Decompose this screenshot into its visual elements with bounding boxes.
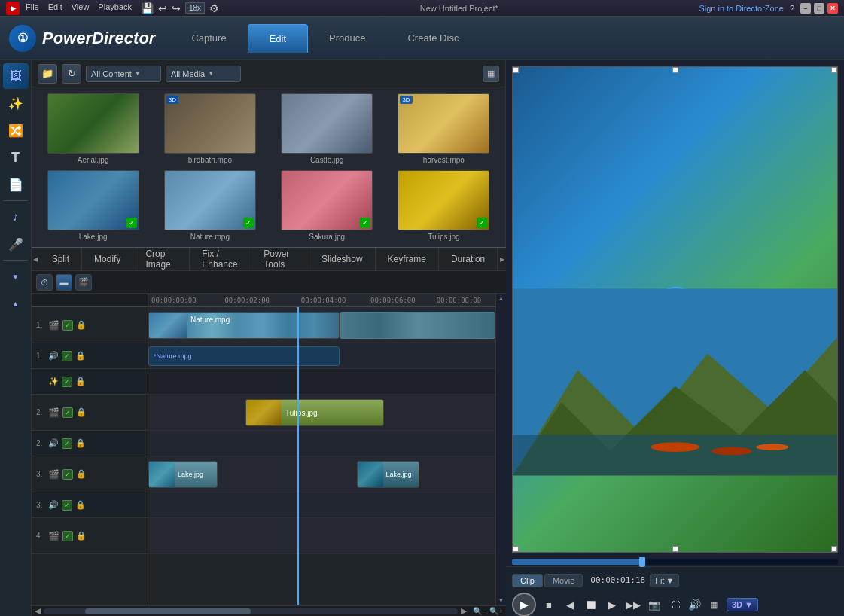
timeline-right-scrollbar[interactable]: ▲ ▼: [495, 294, 506, 605]
track-lock-icon[interactable]: 🔒: [75, 351, 86, 361]
tool-duration[interactable]: Duration: [439, 248, 498, 270]
volume-icon[interactable]: 🔊: [688, 599, 701, 611]
3d-button[interactable]: 3D ▼: [727, 598, 758, 611]
list-item[interactable]: ✓ Sakura.jpg: [272, 170, 382, 241]
crop-handle-tc[interactable]: [672, 67, 678, 73]
list-item[interactable]: Castle.jpg: [272, 93, 382, 164]
menu-view[interactable]: View: [72, 2, 90, 14]
preview-fit-selector[interactable]: Fit ▼: [650, 574, 679, 587]
track-lock-icon[interactable]: 🔒: [75, 500, 86, 510]
sidebar-icon-voice[interactable]: 🎤: [3, 231, 29, 257]
tool-slideshow[interactable]: Slideshow: [309, 248, 376, 270]
grid-view-button[interactable]: ▦: [483, 66, 499, 82]
track-visibility-check[interactable]: ✓: [62, 407, 73, 418]
nav-tab-capture[interactable]: Capture: [170, 24, 247, 53]
tool-fix[interactable]: Fix / Enhance: [190, 248, 251, 270]
progress-handle[interactable]: [639, 557, 645, 567]
open-folder-button[interactable]: 📁: [38, 64, 57, 84]
frame-step-button[interactable]: ⬜: [583, 596, 599, 613]
sidebar-icon-text[interactable]: T: [3, 145, 29, 170]
help-icon[interactable]: ?: [790, 4, 794, 13]
scroll-down-arrow[interactable]: ▼: [498, 597, 504, 604]
clip-lake1[interactable]: Lake.jpg: [148, 461, 218, 488]
preview-tab-movie[interactable]: Movie: [544, 574, 583, 587]
sidebar-icon-media[interactable]: 🖼: [3, 63, 29, 89]
signin-link[interactable]: Sign in to DirectorZone: [699, 4, 784, 13]
close-button[interactable]: ✕: [827, 3, 838, 14]
list-item[interactable]: ✓ Tulips.jpg: [388, 170, 499, 241]
track-lock-icon[interactable]: 🔒: [76, 320, 87, 330]
nav-tab-edit[interactable]: Edit: [248, 24, 308, 53]
sidebar-icon-effects[interactable]: ✨: [3, 90, 29, 116]
nav-tab-createdisc[interactable]: Create Disc: [386, 24, 480, 53]
timeline-scroll-track[interactable]: [44, 608, 458, 614]
zoom-out-btn[interactable]: 🔍−: [473, 607, 486, 615]
scroll-up-arrow[interactable]: ▲: [498, 295, 504, 302]
maximize-button[interactable]: □: [814, 3, 824, 14]
content-filter-select[interactable]: All Content ▼: [86, 66, 161, 82]
clip-lake2[interactable]: Lake.jpg: [357, 461, 419, 488]
timeline-btn-3[interactable]: 🎬: [75, 274, 92, 291]
snapshot-button[interactable]: 📷: [646, 596, 663, 613]
track-visibility-check[interactable]: ✓: [62, 531, 73, 541]
clip-tulips[interactable]: Tulips.jpg: [245, 399, 384, 426]
track-lock-icon[interactable]: 🔒: [76, 407, 87, 417]
play-button[interactable]: ▶: [512, 593, 536, 616]
track-visibility-check[interactable]: ✓: [62, 438, 72, 449]
crop-handle-tr[interactable]: [831, 67, 837, 73]
preview-progress-bar[interactable]: [512, 559, 838, 565]
prev-frame-button[interactable]: ◀: [562, 596, 578, 613]
tool-power[interactable]: Power Tools: [251, 248, 309, 270]
crop-handle-tl[interactable]: [513, 67, 519, 73]
sidebar-icon-expand[interactable]: ▼: [3, 264, 29, 289]
sidebar-icon-transitions[interactable]: 🔀: [3, 117, 29, 143]
refresh-button[interactable]: ↻: [62, 64, 81, 84]
clip-nature[interactable]: Nature.mpg: [148, 312, 340, 339]
tool-modify[interactable]: Modify: [82, 248, 133, 270]
track-visibility-check[interactable]: ✓: [62, 377, 72, 387]
menu-playback[interactable]: Playback: [98, 2, 132, 14]
fullscreen-button[interactable]: ⛶: [667, 596, 684, 613]
clip-nature-cont[interactable]: [340, 312, 495, 339]
timeline-btn-2[interactable]: ▬: [56, 274, 72, 291]
scroll-right-btn[interactable]: ▶: [461, 606, 467, 616]
menu-edit[interactable]: Edit: [48, 2, 62, 14]
track-lock-icon[interactable]: 🔒: [76, 469, 87, 479]
nav-tab-produce[interactable]: Produce: [308, 24, 386, 53]
scroll-left-btn[interactable]: ◀: [35, 606, 41, 616]
list-item[interactable]: ✓ Nature.mpg: [154, 170, 265, 241]
sidebar-icon-audio[interactable]: ♪: [3, 204, 29, 230]
zoom-in-btn[interactable]: 🔍+: [489, 607, 503, 615]
next-frame-button[interactable]: ▶: [604, 596, 620, 613]
tool-crop[interactable]: Crop Image: [133, 248, 190, 270]
track-lock-icon[interactable]: 🔒: [75, 377, 86, 386]
menu-bar: File Edit View Playback 💾 ↩ ↪ 18x ⚙: [26, 2, 219, 14]
timeline-btn-1[interactable]: ⏱: [36, 274, 53, 291]
track-visibility-check[interactable]: ✓: [62, 500, 72, 511]
menu-file[interactable]: File: [26, 2, 39, 14]
toolbar-right-expand[interactable]: ▶: [498, 248, 506, 270]
list-item[interactable]: 3D birdbath.mpo: [154, 93, 265, 164]
sidebar-icon-collapse[interactable]: ▲: [3, 291, 29, 316]
tool-keyframe[interactable]: Keyframe: [376, 248, 439, 270]
list-item[interactable]: ✓ Lake.jpg: [38, 170, 148, 241]
fast-forward-button[interactable]: ▶▶: [625, 596, 641, 613]
list-item[interactable]: 3D harvest.mpo: [388, 93, 499, 164]
preview-tab-clip[interactable]: Clip: [512, 574, 543, 587]
track-visibility-check[interactable]: ✓: [62, 469, 73, 480]
clip-audio-nature[interactable]: *Nature.mpg: [148, 346, 340, 366]
layout-button[interactable]: ▦: [705, 596, 722, 613]
svg-point-5: [711, 447, 752, 456]
minimize-button[interactable]: –: [800, 3, 811, 14]
track-visibility-check[interactable]: ✓: [62, 320, 73, 331]
list-item[interactable]: Aerial.jpg: [38, 93, 148, 164]
track-visibility-check[interactable]: ✓: [62, 351, 72, 361]
stop-button[interactable]: ■: [541, 596, 557, 613]
track-lock-icon[interactable]: 🔒: [76, 531, 87, 541]
timeline-scroll-thumb[interactable]: [85, 608, 251, 614]
tool-split[interactable]: Split: [40, 248, 82, 270]
toolbar-left-expand[interactable]: ◀: [32, 248, 40, 270]
sidebar-icon-chapters[interactable]: 📄: [3, 172, 29, 197]
media-filter-select[interactable]: All Media ▼: [166, 66, 241, 82]
track-lock-icon[interactable]: 🔒: [75, 438, 86, 448]
